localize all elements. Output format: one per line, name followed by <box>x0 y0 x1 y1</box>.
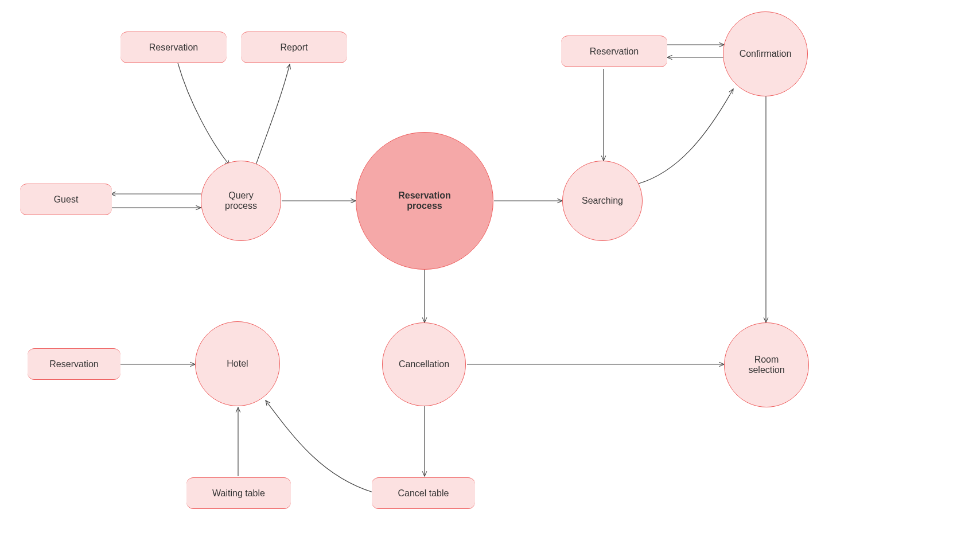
edges-layer <box>0 0 961 560</box>
label: Confirmation <box>740 49 792 59</box>
label: Reservation process <box>398 190 451 211</box>
datastore-guest: Guest <box>20 184 112 215</box>
process-searching: Searching <box>562 161 643 241</box>
label: Query process <box>225 190 257 211</box>
process-hotel: Hotel <box>195 321 280 406</box>
datastore-waiting-table: Waiting table <box>186 477 291 509</box>
datastore-cancel-table: Cancel table <box>372 477 475 509</box>
label: Searching <box>582 196 623 206</box>
label: Hotel <box>227 359 248 369</box>
label: Reservation <box>149 42 198 53</box>
label: Waiting table <box>212 488 265 499</box>
label: Reservation <box>49 359 98 370</box>
datastore-reservation-top-left: Reservation <box>120 32 227 63</box>
process-confirmation: Confirmation <box>723 11 808 96</box>
label: Report <box>280 42 308 53</box>
datastore-reservation-top-right: Reservation <box>561 36 667 67</box>
label: Guest <box>54 195 79 205</box>
process-reservation: Reservation process <box>356 132 493 270</box>
label: Room selection <box>748 355 784 375</box>
datastore-report: Report <box>241 32 347 63</box>
label: Cancellation <box>399 359 449 370</box>
datastore-reservation-bottom-left: Reservation <box>28 348 120 380</box>
label: Reservation <box>590 46 639 57</box>
label: Cancel table <box>398 488 449 499</box>
process-room-selection: Room selection <box>724 322 809 407</box>
process-cancellation: Cancellation <box>382 322 466 406</box>
process-query: Query process <box>201 161 281 241</box>
